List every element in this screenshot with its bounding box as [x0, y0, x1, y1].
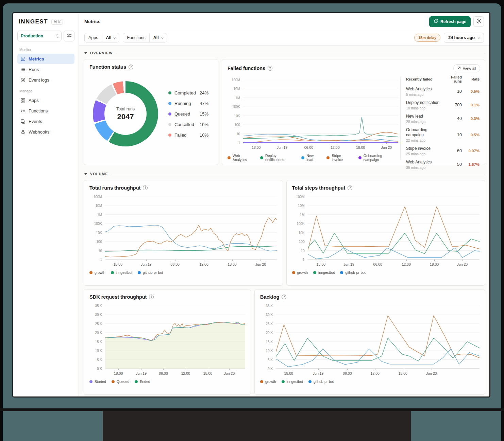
- table-row[interactable]: Stripe invoice25 mins ago600.07%: [406, 144, 480, 158]
- chart-legend: growthinngestbotgithub-pr-bot: [260, 380, 480, 384]
- y-tick-label: 25 K: [95, 322, 102, 325]
- sidebar-item-functions[interactable]: Functions: [17, 106, 74, 116]
- y-tick-label: 10 K: [266, 349, 273, 353]
- y-tick-label: 10K: [234, 114, 240, 118]
- chart-plot-column: 18:00Jun 1906:0012:0018:00Jun 20: [105, 306, 245, 377]
- x-tick-mark: [232, 260, 233, 261]
- refresh-page-button[interactable]: Refresh page: [429, 16, 471, 27]
- legend-dot: [135, 380, 138, 383]
- failed-function-name: Web Analytics: [406, 87, 440, 92]
- legend-item: inngestbot: [111, 270, 132, 275]
- legend-label: github-pr-bot: [345, 270, 366, 275]
- failure-rate-value: 0.5%: [464, 89, 480, 93]
- section-rule: [116, 53, 485, 53]
- chart-x-axis: 18:00Jun 1906:0012:0018:00Jun 20: [105, 260, 277, 268]
- legend-item: growth: [292, 270, 308, 275]
- sidebar-item-metrics[interactable]: Metrics: [17, 54, 74, 64]
- x-tick-mark: [204, 260, 204, 261]
- function-status-donut-chart: Total runs 2047: [93, 81, 158, 146]
- app-window: INNGEST ⌘ K Production MonitorMetricsRun…: [12, 12, 490, 398]
- main-content: OVERVIEW Function status ? Total runs 20…: [79, 46, 489, 396]
- failed-function-cell: Web Analytics35 mins ago: [406, 160, 440, 170]
- y-tick-label: 10M: [234, 87, 240, 91]
- legend-label: Deploy notifications: [265, 154, 296, 162]
- table-header-row: Recently failed Failed runs Rate: [406, 75, 480, 83]
- volume-section-title: VOLUME: [90, 172, 108, 176]
- legend-item: Queued: [112, 380, 129, 384]
- function-status-card: Function status ? Total runs 2047 Comple…: [84, 59, 218, 165]
- x-tick-label: 18:00: [114, 371, 123, 375]
- legend-item: github-pr-bot: [138, 270, 163, 275]
- help-icon[interactable]: ?: [348, 186, 352, 190]
- x-tick-label: Jun 20: [426, 371, 437, 375]
- status-legend-item: Running47%: [168, 101, 208, 106]
- gear-icon: [476, 18, 482, 25]
- x-tick-label: 06:00: [343, 371, 352, 375]
- table-row[interactable]: Deploy notification10 mins ago7000.1%: [406, 98, 480, 112]
- help-icon[interactable]: ?: [282, 295, 286, 299]
- settings-button[interactable]: [473, 16, 484, 27]
- table-rows: Web Analytics5 mins ago100.5%Deploy noti…: [406, 85, 480, 171]
- legend-dot: [89, 380, 93, 383]
- status-legend-value: 10%: [200, 133, 208, 138]
- chart-plot-area: [105, 306, 245, 369]
- sidebar-item-event-logs[interactable]: Event logs: [17, 75, 74, 85]
- x-tick-label: 12:00: [371, 371, 380, 375]
- help-icon[interactable]: ?: [268, 66, 272, 71]
- filter-settings-button[interactable]: [64, 31, 74, 41]
- volume-row-2: SDK request throughput ? 35 K30 K25 K20 …: [84, 289, 485, 395]
- functions-filter[interactable]: Functions All: [123, 33, 167, 42]
- y-tick-label: 35 K: [95, 304, 102, 308]
- legend-dot: [308, 380, 312, 383]
- failed-runs-value: 700: [442, 103, 462, 107]
- apps-filter-label: Apps: [85, 33, 102, 42]
- table-row[interactable]: Web Analytics5 mins ago100.5%: [406, 85, 480, 98]
- list-icon: [20, 67, 26, 72]
- x-tick-label: Jun 20: [224, 371, 235, 375]
- help-icon[interactable]: ?: [129, 65, 133, 69]
- x-tick-mark: [309, 143, 309, 144]
- failure-rate-value: 0.1%: [464, 103, 480, 107]
- x-tick-mark: [146, 260, 147, 261]
- chart-x-axis: 18:00Jun 1906:0012:0018:00Jun 20: [105, 369, 245, 377]
- x-tick-mark: [163, 369, 164, 370]
- help-icon[interactable]: ?: [143, 186, 148, 190]
- legend-item: Stripe invoice: [326, 154, 353, 162]
- apps-filter[interactable]: Apps All: [84, 33, 119, 42]
- y-tick-label: 100M: [94, 195, 102, 199]
- legend-label: Onboarding campaign: [364, 154, 398, 162]
- table-row[interactable]: Web Analytics35 mins ago501.67%: [406, 158, 480, 171]
- table-row[interactable]: Onboarding campaign22 mins ago100.5%: [406, 125, 480, 144]
- y-tick-label: 10: [301, 249, 304, 252]
- command-k-shortcut[interactable]: ⌘ K: [51, 19, 63, 25]
- sidebar-item-events[interactable]: Events: [17, 116, 74, 126]
- x-tick-mark: [318, 369, 319, 370]
- status-legend-item: Cancelled10%: [168, 122, 208, 127]
- table-row[interactable]: New lead20 mins ago400.3%: [406, 112, 480, 125]
- legend-item: Ended: [135, 380, 150, 384]
- sidebar-item-webhooks[interactable]: Webhooks: [17, 127, 74, 137]
- environment-selector[interactable]: Production: [17, 31, 62, 41]
- x-tick-label: Jun 19: [343, 262, 354, 266]
- y-tick-label: 5 K: [97, 358, 102, 361]
- x-tick-mark: [282, 143, 282, 144]
- sidebar: INNGEST ⌘ K Production MonitorMetricsRun…: [13, 13, 79, 396]
- col-rate: Rate: [464, 77, 480, 81]
- view-all-button[interactable]: View all: [453, 64, 480, 72]
- volume-section-header[interactable]: VOLUME: [84, 172, 485, 176]
- sidebar-item-runs[interactable]: Runs: [17, 64, 74, 74]
- x-tick-label: 18:00: [114, 262, 122, 266]
- x-tick-mark: [229, 369, 230, 370]
- sidebar-item-apps[interactable]: Apps: [17, 95, 74, 105]
- delay-badge: 15m delay: [414, 34, 440, 42]
- help-icon[interactable]: ?: [149, 295, 154, 299]
- failed-function-time: 20 mins ago: [406, 120, 440, 124]
- legend-dot: [168, 91, 171, 94]
- donut-center-value: 2047: [117, 112, 134, 121]
- time-range-selector[interactable]: 24 hours ago: [444, 33, 484, 43]
- y-tick-label: 100: [234, 123, 240, 127]
- overview-section-header[interactable]: OVERVIEW: [84, 51, 485, 55]
- functions-filter-value[interactable]: All: [150, 33, 167, 42]
- col-failed-runs: Failed runs: [442, 75, 462, 83]
- apps-filter-value[interactable]: All: [102, 33, 119, 42]
